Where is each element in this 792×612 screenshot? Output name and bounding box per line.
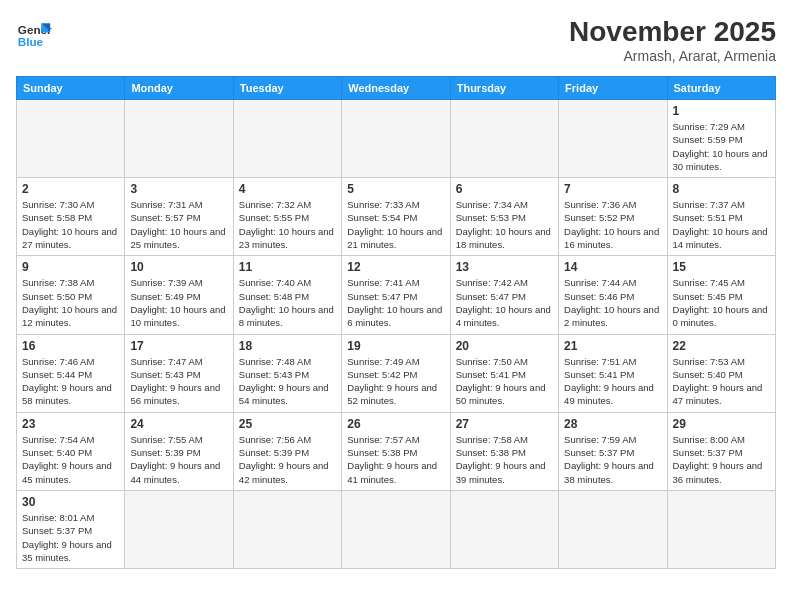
day-info: Sunrise: 7:36 AM Sunset: 5:52 PM Dayligh… bbox=[564, 198, 661, 251]
calendar-day-cell bbox=[17, 100, 125, 178]
day-info: Sunrise: 7:33 AM Sunset: 5:54 PM Dayligh… bbox=[347, 198, 444, 251]
day-number: 27 bbox=[456, 417, 553, 431]
day-info: Sunrise: 7:53 AM Sunset: 5:40 PM Dayligh… bbox=[673, 355, 770, 408]
calendar-day-cell: 15Sunrise: 7:45 AM Sunset: 5:45 PM Dayli… bbox=[667, 256, 775, 334]
calendar-day-cell: 17Sunrise: 7:47 AM Sunset: 5:43 PM Dayli… bbox=[125, 334, 233, 412]
calendar-day-cell: 22Sunrise: 7:53 AM Sunset: 5:40 PM Dayli… bbox=[667, 334, 775, 412]
logo-icon: General Blue bbox=[16, 16, 52, 52]
day-number: 6 bbox=[456, 182, 553, 196]
calendar-day-cell: 4Sunrise: 7:32 AM Sunset: 5:55 PM Daylig… bbox=[233, 178, 341, 256]
day-number: 17 bbox=[130, 339, 227, 353]
calendar-table: SundayMondayTuesdayWednesdayThursdayFrid… bbox=[16, 76, 776, 569]
day-info: Sunrise: 7:47 AM Sunset: 5:43 PM Dayligh… bbox=[130, 355, 227, 408]
day-number: 30 bbox=[22, 495, 119, 509]
day-number: 9 bbox=[22, 260, 119, 274]
month-title: November 2025 bbox=[569, 16, 776, 48]
calendar-day-cell bbox=[233, 490, 341, 568]
calendar-week-row: 30Sunrise: 8:01 AM Sunset: 5:37 PM Dayli… bbox=[17, 490, 776, 568]
day-info: Sunrise: 7:32 AM Sunset: 5:55 PM Dayligh… bbox=[239, 198, 336, 251]
day-number: 2 bbox=[22, 182, 119, 196]
calendar-day-cell: 3Sunrise: 7:31 AM Sunset: 5:57 PM Daylig… bbox=[125, 178, 233, 256]
calendar-day-cell bbox=[342, 100, 450, 178]
day-number: 11 bbox=[239, 260, 336, 274]
svg-text:Blue: Blue bbox=[18, 35, 44, 48]
calendar-day-cell: 21Sunrise: 7:51 AM Sunset: 5:41 PM Dayli… bbox=[559, 334, 667, 412]
page-header: General Blue November 2025 Armash, Arara… bbox=[16, 16, 776, 64]
calendar-day-cell: 9Sunrise: 7:38 AM Sunset: 5:50 PM Daylig… bbox=[17, 256, 125, 334]
day-number: 20 bbox=[456, 339, 553, 353]
day-number: 26 bbox=[347, 417, 444, 431]
calendar-day-cell bbox=[450, 100, 558, 178]
day-number: 12 bbox=[347, 260, 444, 274]
day-number: 4 bbox=[239, 182, 336, 196]
calendar-week-row: 23Sunrise: 7:54 AM Sunset: 5:40 PM Dayli… bbox=[17, 412, 776, 490]
day-number: 5 bbox=[347, 182, 444, 196]
day-info: Sunrise: 7:37 AM Sunset: 5:51 PM Dayligh… bbox=[673, 198, 770, 251]
day-info: Sunrise: 7:39 AM Sunset: 5:49 PM Dayligh… bbox=[130, 276, 227, 329]
day-info: Sunrise: 7:54 AM Sunset: 5:40 PM Dayligh… bbox=[22, 433, 119, 486]
day-info: Sunrise: 7:44 AM Sunset: 5:46 PM Dayligh… bbox=[564, 276, 661, 329]
day-info: Sunrise: 7:31 AM Sunset: 5:57 PM Dayligh… bbox=[130, 198, 227, 251]
day-number: 28 bbox=[564, 417, 661, 431]
day-info: Sunrise: 7:42 AM Sunset: 5:47 PM Dayligh… bbox=[456, 276, 553, 329]
day-info: Sunrise: 7:41 AM Sunset: 5:47 PM Dayligh… bbox=[347, 276, 444, 329]
calendar-day-cell: 24Sunrise: 7:55 AM Sunset: 5:39 PM Dayli… bbox=[125, 412, 233, 490]
day-number: 21 bbox=[564, 339, 661, 353]
day-info: Sunrise: 7:48 AM Sunset: 5:43 PM Dayligh… bbox=[239, 355, 336, 408]
day-number: 10 bbox=[130, 260, 227, 274]
day-number: 18 bbox=[239, 339, 336, 353]
location-subtitle: Armash, Ararat, Armenia bbox=[569, 48, 776, 64]
day-info: Sunrise: 7:49 AM Sunset: 5:42 PM Dayligh… bbox=[347, 355, 444, 408]
weekday-header-sunday: Sunday bbox=[17, 77, 125, 100]
day-number: 3 bbox=[130, 182, 227, 196]
day-number: 7 bbox=[564, 182, 661, 196]
calendar-day-cell: 26Sunrise: 7:57 AM Sunset: 5:38 PM Dayli… bbox=[342, 412, 450, 490]
day-info: Sunrise: 8:00 AM Sunset: 5:37 PM Dayligh… bbox=[673, 433, 770, 486]
day-info: Sunrise: 7:50 AM Sunset: 5:41 PM Dayligh… bbox=[456, 355, 553, 408]
calendar-week-row: 1Sunrise: 7:29 AM Sunset: 5:59 PM Daylig… bbox=[17, 100, 776, 178]
calendar-day-cell bbox=[450, 490, 558, 568]
day-info: Sunrise: 8:01 AM Sunset: 5:37 PM Dayligh… bbox=[22, 511, 119, 564]
calendar-day-cell bbox=[125, 490, 233, 568]
day-number: 15 bbox=[673, 260, 770, 274]
calendar-day-cell bbox=[233, 100, 341, 178]
day-info: Sunrise: 7:38 AM Sunset: 5:50 PM Dayligh… bbox=[22, 276, 119, 329]
day-info: Sunrise: 7:56 AM Sunset: 5:39 PM Dayligh… bbox=[239, 433, 336, 486]
calendar-day-cell: 16Sunrise: 7:46 AM Sunset: 5:44 PM Dayli… bbox=[17, 334, 125, 412]
calendar-day-cell: 18Sunrise: 7:48 AM Sunset: 5:43 PM Dayli… bbox=[233, 334, 341, 412]
day-info: Sunrise: 7:45 AM Sunset: 5:45 PM Dayligh… bbox=[673, 276, 770, 329]
calendar-day-cell: 11Sunrise: 7:40 AM Sunset: 5:48 PM Dayli… bbox=[233, 256, 341, 334]
day-number: 22 bbox=[673, 339, 770, 353]
calendar-day-cell bbox=[125, 100, 233, 178]
day-number: 14 bbox=[564, 260, 661, 274]
calendar-day-cell: 14Sunrise: 7:44 AM Sunset: 5:46 PM Dayli… bbox=[559, 256, 667, 334]
day-info: Sunrise: 7:57 AM Sunset: 5:38 PM Dayligh… bbox=[347, 433, 444, 486]
calendar-day-cell: 12Sunrise: 7:41 AM Sunset: 5:47 PM Dayli… bbox=[342, 256, 450, 334]
title-block: November 2025 Armash, Ararat, Armenia bbox=[569, 16, 776, 64]
calendar-day-cell: 13Sunrise: 7:42 AM Sunset: 5:47 PM Dayli… bbox=[450, 256, 558, 334]
calendar-day-cell: 10Sunrise: 7:39 AM Sunset: 5:49 PM Dayli… bbox=[125, 256, 233, 334]
calendar-day-cell: 6Sunrise: 7:34 AM Sunset: 5:53 PM Daylig… bbox=[450, 178, 558, 256]
day-number: 8 bbox=[673, 182, 770, 196]
weekday-header-row: SundayMondayTuesdayWednesdayThursdayFrid… bbox=[17, 77, 776, 100]
calendar-day-cell: 1Sunrise: 7:29 AM Sunset: 5:59 PM Daylig… bbox=[667, 100, 775, 178]
calendar-week-row: 16Sunrise: 7:46 AM Sunset: 5:44 PM Dayli… bbox=[17, 334, 776, 412]
weekday-header-tuesday: Tuesday bbox=[233, 77, 341, 100]
day-info: Sunrise: 7:58 AM Sunset: 5:38 PM Dayligh… bbox=[456, 433, 553, 486]
calendar-week-row: 9Sunrise: 7:38 AM Sunset: 5:50 PM Daylig… bbox=[17, 256, 776, 334]
calendar-day-cell: 7Sunrise: 7:36 AM Sunset: 5:52 PM Daylig… bbox=[559, 178, 667, 256]
day-info: Sunrise: 7:30 AM Sunset: 5:58 PM Dayligh… bbox=[22, 198, 119, 251]
weekday-header-thursday: Thursday bbox=[450, 77, 558, 100]
calendar-day-cell bbox=[667, 490, 775, 568]
day-number: 23 bbox=[22, 417, 119, 431]
calendar-day-cell: 29Sunrise: 8:00 AM Sunset: 5:37 PM Dayli… bbox=[667, 412, 775, 490]
day-number: 16 bbox=[22, 339, 119, 353]
calendar-day-cell: 19Sunrise: 7:49 AM Sunset: 5:42 PM Dayli… bbox=[342, 334, 450, 412]
calendar-day-cell: 2Sunrise: 7:30 AM Sunset: 5:58 PM Daylig… bbox=[17, 178, 125, 256]
calendar-day-cell: 5Sunrise: 7:33 AM Sunset: 5:54 PM Daylig… bbox=[342, 178, 450, 256]
calendar-day-cell: 8Sunrise: 7:37 AM Sunset: 5:51 PM Daylig… bbox=[667, 178, 775, 256]
day-info: Sunrise: 7:29 AM Sunset: 5:59 PM Dayligh… bbox=[673, 120, 770, 173]
day-info: Sunrise: 7:59 AM Sunset: 5:37 PM Dayligh… bbox=[564, 433, 661, 486]
day-info: Sunrise: 7:51 AM Sunset: 5:41 PM Dayligh… bbox=[564, 355, 661, 408]
weekday-header-saturday: Saturday bbox=[667, 77, 775, 100]
